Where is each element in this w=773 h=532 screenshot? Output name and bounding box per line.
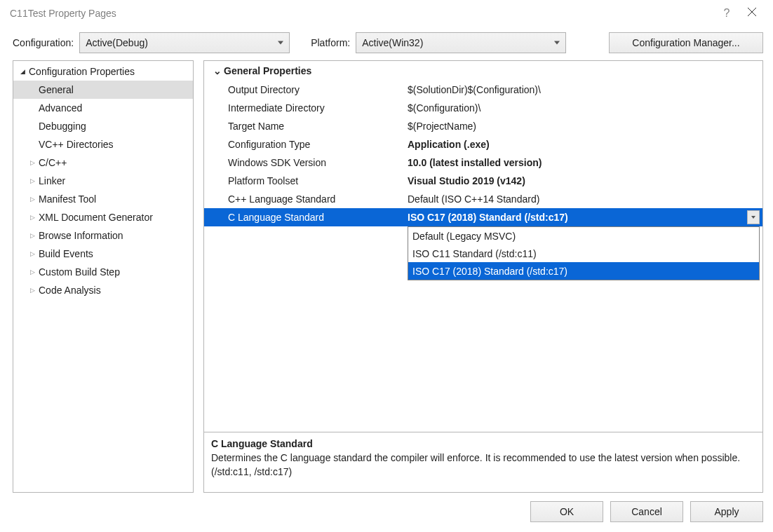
chevron-right-icon[interactable]	[27, 214, 37, 221]
property-name: C Language Standard	[204, 212, 408, 223]
apply-label: Apply	[714, 506, 739, 517]
property-value[interactable]: 10.0 (latest installed version)	[408, 157, 762, 168]
property-row[interactable]: Windows SDK Version10.0 (latest installe…	[204, 154, 762, 172]
dropdown-button[interactable]	[747, 210, 760, 224]
tree-item-label: Linker	[37, 175, 65, 186]
property-name: Platform Toolset	[204, 175, 408, 186]
tree-item-label: Manifest Tool	[37, 193, 96, 205]
property-row[interactable]: C Language StandardISO C17 (2018) Standa…	[204, 208, 762, 226]
cancel-label: Cancel	[631, 506, 662, 517]
config-bar: Configuration: Active(Debug) Platform: A…	[0, 27, 773, 60]
chevron-right-icon[interactable]	[27, 232, 37, 239]
tree-item-label: General	[37, 84, 74, 95]
nav-tree[interactable]: Configuration Properties GeneralAdvanced…	[13, 60, 194, 493]
property-name: Intermediate Directory	[204, 102, 408, 114]
help-icon[interactable]: ?	[714, 7, 739, 20]
tree-item-label: Advanced	[37, 102, 82, 114]
tree-item-label: Browse Information	[37, 230, 123, 241]
tree-item[interactable]: Debugging	[13, 117, 193, 135]
configuration-manager-label: Configuration Manager...	[632, 37, 739, 48]
tree-item-label: Custom Build Step	[37, 266, 120, 278]
platform-value: Active(Win32)	[362, 37, 423, 48]
tree-item-label: XML Document Generator	[37, 212, 153, 223]
property-name: Windows SDK Version	[204, 157, 408, 168]
property-value[interactable]: $(ProjectName)	[408, 121, 762, 132]
dialog-footer: OK Cancel Apply	[0, 493, 773, 531]
tree-item[interactable]: Advanced	[13, 99, 193, 117]
chevron-right-icon[interactable]	[27, 287, 37, 294]
dropdown-option[interactable]: Default (Legacy MSVC)	[408, 227, 759, 245]
tree-item[interactable]: C/C++	[13, 154, 193, 172]
titlebar: C11Test Property Pages ?	[0, 0, 773, 27]
apply-button[interactable]: Apply	[690, 501, 763, 522]
property-panel: General Properties Output Directory$(Sol…	[203, 60, 763, 493]
property-row[interactable]: C++ Language StandardDefault (ISO C++14 …	[204, 190, 762, 208]
property-name: C++ Language Standard	[204, 193, 408, 205]
property-name: Configuration Type	[204, 139, 408, 150]
property-row[interactable]: Platform ToolsetVisual Studio 2019 (v142…	[204, 172, 762, 190]
property-value[interactable]: ISO C17 (2018) Standard (/std:c17)	[408, 212, 762, 223]
window-title: C11Test Property Pages	[10, 8, 714, 19]
platform-select[interactable]: Active(Win32)	[356, 32, 566, 53]
platform-label: Platform:	[311, 37, 350, 48]
property-row[interactable]: Target Name$(ProjectName)	[204, 117, 762, 135]
tree-item[interactable]: XML Document Generator	[13, 208, 193, 226]
chevron-right-icon[interactable]	[27, 177, 37, 184]
configuration-value: Active(Debug)	[86, 37, 148, 48]
chevron-right-icon[interactable]	[27, 250, 37, 257]
configuration-manager-button[interactable]: Configuration Manager...	[609, 32, 763, 53]
property-value[interactable]: $(Configuration)\	[408, 102, 762, 114]
chevron-down-icon[interactable]	[18, 68, 27, 75]
ok-button[interactable]: OK	[530, 501, 603, 522]
c-language-standard-dropdown[interactable]: Default (Legacy MSVC)ISO C11 Standard (/…	[408, 226, 760, 280]
tree-item-label: Code Analysis	[37, 285, 101, 296]
chevron-right-icon[interactable]	[27, 159, 37, 166]
description-text: Determines the C language standard the c…	[211, 451, 755, 479]
cancel-button[interactable]: Cancel	[610, 501, 683, 522]
property-row[interactable]: Intermediate Directory$(Configuration)\	[204, 99, 762, 117]
property-value[interactable]: Default (ISO C++14 Standard)	[408, 193, 762, 205]
configuration-label: Configuration:	[13, 37, 74, 48]
property-row[interactable]: Configuration TypeApplication (.exe)	[204, 135, 762, 154]
property-grid: General Properties Output Directory$(Sol…	[204, 61, 762, 432]
property-value[interactable]: Application (.exe)	[408, 139, 762, 150]
group-title: General Properties	[224, 65, 311, 76]
tree-item[interactable]: General	[13, 81, 193, 99]
tree-item[interactable]: Build Events	[13, 245, 193, 263]
tree-root-label: Configuration Properties	[27, 66, 135, 77]
configuration-select[interactable]: Active(Debug)	[79, 32, 290, 53]
tree-item[interactable]: Linker	[13, 172, 193, 190]
chevron-right-icon[interactable]	[27, 196, 37, 203]
tree-item-label: VC++ Directories	[37, 139, 114, 150]
tree-item-label: C/C++	[37, 157, 67, 168]
property-name: Target Name	[204, 121, 408, 132]
chevron-right-icon[interactable]	[27, 268, 37, 275]
ok-label: OK	[560, 506, 574, 517]
chevron-down-icon[interactable]	[211, 65, 224, 76]
property-name: Output Directory	[204, 84, 408, 95]
description-title: C Language Standard	[211, 438, 755, 449]
tree-item[interactable]: Manifest Tool	[13, 190, 193, 208]
tree-item-label: Build Events	[37, 248, 93, 259]
tree-item[interactable]: Browse Information	[13, 226, 193, 245]
tree-item[interactable]: Custom Build Step	[13, 263, 193, 281]
property-value[interactable]: $(SolutionDir)$(Configuration)\	[408, 84, 762, 95]
tree-item[interactable]: VC++ Directories	[13, 135, 193, 154]
group-header-general[interactable]: General Properties	[204, 61, 762, 81]
dropdown-option[interactable]: ISO C11 Standard (/std:c11)	[408, 245, 759, 262]
tree-item[interactable]: Code Analysis	[13, 281, 193, 299]
close-icon[interactable]	[739, 7, 765, 20]
dropdown-option[interactable]: ISO C17 (2018) Standard (/std:c17)	[408, 262, 759, 280]
property-row[interactable]: Output Directory$(SolutionDir)$(Configur…	[204, 81, 762, 99]
property-value[interactable]: Visual Studio 2019 (v142)	[408, 175, 762, 186]
description-box: C Language Standard Determines the C lan…	[204, 432, 762, 492]
tree-item-label: Debugging	[37, 121, 86, 132]
tree-root-configuration-properties[interactable]: Configuration Properties	[13, 62, 193, 81]
